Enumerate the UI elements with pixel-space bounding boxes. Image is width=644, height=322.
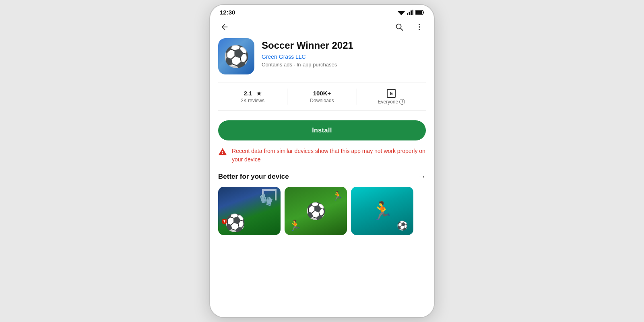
phone-frame: 12:30 [209, 4, 435, 318]
app-info: Soccer Winner 2021 Green Grass LLC Conta… [262, 38, 426, 68]
game-thumb-2[interactable]: ⚽ 🏃 🏃 [285, 187, 347, 235]
search-icon [395, 23, 404, 31]
svg-rect-13 [262, 189, 277, 191]
rating-stat[interactable]: 2.1 ★ 2K reviews [218, 90, 287, 103]
svg-marker-0 [398, 11, 405, 15]
app-header: ⚽ Soccer Winner 2021 Green Grass LLC Con… [218, 38, 426, 74]
status-time: 12:30 [220, 9, 235, 16]
more-button[interactable] [412, 20, 427, 34]
svg-rect-1 [407, 13, 408, 15]
warning-icon [218, 147, 227, 156]
svg-rect-15 [275, 189, 277, 200]
game-thumbnails: 🧤 ⚽ 7 ⚽ 🏃 🏃 🏃 ⚽ [218, 187, 426, 235]
game-thumb-1[interactable]: 🧤 ⚽ 7 [218, 187, 281, 235]
thumb2-player2: 🏃 [332, 191, 343, 201]
app-developer[interactable]: Green Grass LLC [262, 54, 426, 60]
age-badge-wrapper: E [387, 89, 396, 98]
age-rating-stat[interactable]: E Everyone i [357, 89, 426, 105]
thumb2-emoji: ⚽ [306, 202, 326, 221]
wifi-icon [398, 10, 405, 15]
jersey-number: 7 [222, 219, 227, 224]
thumb3-content: 🏃 ⚽ [351, 187, 413, 235]
player-red-emoji: ⚽ [225, 213, 246, 233]
svg-point-10 [419, 24, 420, 25]
downloads-value: 100K+ [313, 90, 331, 97]
search-button[interactable] [392, 20, 407, 34]
age-label: Everyone i [378, 99, 405, 105]
rating-label: 2K reviews [241, 98, 264, 103]
svg-line-9 [400, 28, 402, 30]
svg-rect-2 [409, 12, 410, 15]
downloads-stat: 100K+ Downloads [287, 90, 356, 103]
star-icon: ★ [256, 90, 262, 97]
rating-value: 2.1 ★ [244, 90, 262, 97]
app-icon-emoji: ⚽ [223, 44, 250, 69]
stats-row: 2.1 ★ 2K reviews 100K+ Downloads E Every… [218, 83, 426, 111]
app-icon: ⚽ [218, 38, 254, 74]
warning-text: Recent data from similar devices show th… [232, 147, 426, 164]
svg-rect-4 [413, 10, 414, 15]
section-arrow-button[interactable]: → [418, 172, 426, 181]
app-meta: Contains ads · In-app purchases [262, 62, 426, 68]
svg-rect-3 [411, 10, 412, 15]
thumb1-content: 🧤 ⚽ 7 [218, 187, 281, 235]
section-title: Better for your device [218, 173, 289, 181]
app-title: Soccer Winner 2021 [262, 40, 426, 52]
game-thumb-3[interactable]: 🏃 ⚽ [351, 187, 413, 235]
svg-point-12 [419, 29, 420, 30]
thumb2-content: ⚽ 🏃 🏃 [285, 187, 347, 235]
main-content: ⚽ Soccer Winner 2021 Green Grass LLC Con… [210, 38, 434, 317]
battery-icon [415, 10, 424, 15]
top-nav [210, 17, 434, 38]
thumb3-player: 🏃 [371, 200, 393, 221]
section-header: Better for your device → [218, 172, 426, 181]
warning-box: Recent data from similar devices show th… [218, 147, 426, 164]
downloads-label: Downloads [310, 98, 334, 103]
age-badge: E [387, 89, 396, 98]
thumb2-player1: 🏃 [289, 219, 301, 232]
status-icons [398, 10, 424, 15]
back-button[interactable] [217, 20, 232, 34]
goalkeeper-emoji: 🧤 [259, 193, 273, 206]
nav-right [392, 20, 427, 34]
more-icon [415, 23, 424, 31]
install-button[interactable]: Install [218, 120, 426, 140]
age-info-icon[interactable]: i [399, 99, 405, 105]
svg-point-11 [419, 26, 420, 27]
svg-rect-7 [416, 11, 422, 14]
thumb3-ball: ⚽ [397, 221, 408, 231]
signal-icon [407, 10, 413, 15]
nav-left [217, 20, 232, 34]
status-bar: 12:30 [210, 5, 434, 17]
svg-rect-6 [423, 11, 424, 13]
